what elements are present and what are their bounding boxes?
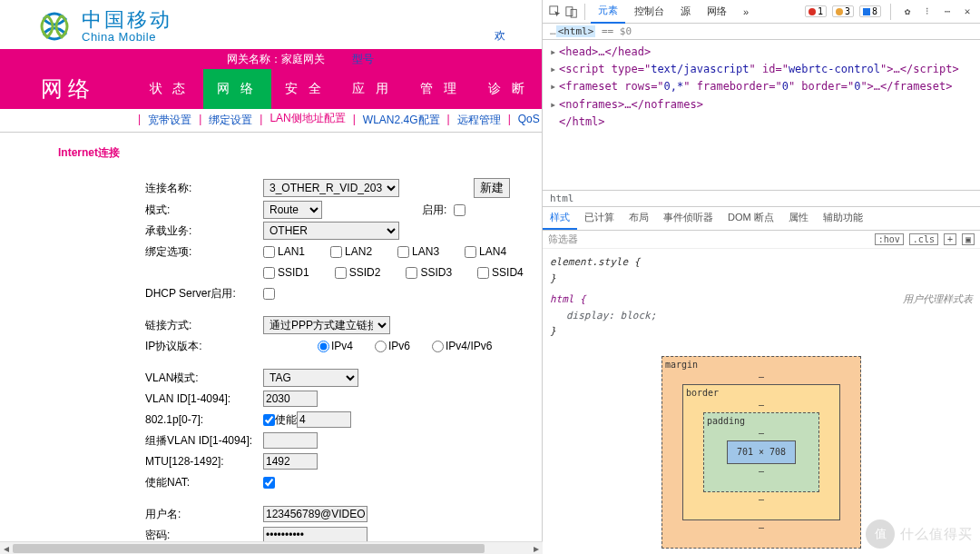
- add-rule-icon[interactable]: +: [944, 233, 956, 245]
- ptab-dombp[interactable]: DOM 断点: [720, 207, 781, 230]
- gear-icon[interactable]: ✿: [900, 5, 915, 19]
- vlanmode-select[interactable]: TAG: [263, 369, 358, 387]
- hov-toggle[interactable]: :hov: [875, 233, 904, 245]
- tab-network[interactable]: 网 络: [203, 69, 271, 109]
- bind-ssid4[interactable]: [477, 267, 489, 279]
- ua-stylesheet-label: 用户代理样式表: [903, 292, 973, 308]
- sidebar-internet-link[interactable]: Internet连接: [0, 133, 136, 554]
- conn-name-select[interactable]: 3_OTHER_R_VID_2030: [263, 179, 399, 197]
- dot1p-enable-label: 使能: [275, 412, 297, 428]
- ptab-computed[interactable]: 已计算: [577, 207, 622, 230]
- biz-select[interactable]: OTHER: [263, 222, 399, 240]
- new-button[interactable]: 新建: [474, 178, 510, 198]
- box-content: 701 × 708: [727, 440, 796, 464]
- scroll-right-arrow-icon[interactable]: ▸: [530, 542, 543, 554]
- ptab-props[interactable]: 属性: [781, 207, 816, 230]
- brand-en: China Mobile: [82, 31, 172, 44]
- ptab-layout[interactable]: 布局: [622, 207, 656, 230]
- dot1p-enable-checkbox[interactable]: [263, 414, 275, 426]
- enable-label: 启用:: [422, 203, 446, 218]
- main-nav: 网络 状 态 网 络 安 全 应 用 管 理 诊 断: [0, 69, 542, 109]
- devtools-tab-console[interactable]: 控制台: [627, 0, 671, 24]
- ipv6-radio[interactable]: [375, 341, 387, 352]
- user-label: 用户名:: [145, 507, 263, 522]
- nat-label: 使能NAT:: [145, 475, 263, 490]
- bind-label: 绑定选项:: [145, 244, 263, 260]
- devtools-toolbar: 元素 控制台 源 网络 » 1 3 8 ✿ ⁝ ⋯ ✕: [543, 0, 980, 24]
- box-model[interactable]: margin– border– padding– 701 × 708 – – –: [662, 356, 861, 549]
- sub-broadband[interactable]: 宽带设置: [142, 113, 197, 128]
- more-icon[interactable]: ⋯: [940, 5, 955, 19]
- bind-ssid1[interactable]: [263, 267, 275, 279]
- tab-security[interactable]: 安 全: [271, 69, 339, 109]
- scrollbar-thumb[interactable]: [13, 544, 485, 553]
- sub-bind[interactable]: 绑定设置: [203, 113, 258, 128]
- mode-select[interactable]: Route: [263, 201, 322, 219]
- dom-tree[interactable]: ▸<head>…</head> ▸<script type="text/java…: [543, 40, 980, 134]
- devtools-tab-more[interactable]: »: [736, 0, 756, 24]
- bind-lan1[interactable]: [263, 246, 275, 258]
- tab-diag[interactable]: 诊 断: [474, 69, 542, 109]
- tab-status[interactable]: 状 态: [135, 69, 203, 109]
- inspect-icon[interactable]: [548, 5, 563, 19]
- vlanid-input[interactable]: [263, 391, 318, 407]
- filter-input[interactable]: 筛选器: [548, 232, 578, 246]
- devtools-tab-elements[interactable]: 元素: [591, 0, 625, 24]
- sub-qos[interactable]: QoS: [513, 113, 543, 128]
- mtu-label: MTU[128-1492]:: [145, 455, 263, 468]
- svg-rect-1: [566, 6, 573, 15]
- styles-pane[interactable]: element.style { } 用户代理样式表html { display:…: [543, 249, 980, 554]
- bind-lan2[interactable]: [330, 246, 342, 258]
- selected-node[interactable]: <html>: [556, 25, 596, 37]
- enable-checkbox[interactable]: [454, 204, 466, 216]
- pass-label: 密码:: [145, 528, 263, 543]
- welcome-text: 欢: [495, 28, 505, 49]
- watermark-text: 什么值得买: [900, 526, 973, 543]
- scroll-left-arrow-icon[interactable]: ◂: [0, 542, 13, 554]
- horizontal-scrollbar[interactable]: ◂ ▸: [0, 541, 543, 554]
- ptab-a11y[interactable]: 辅助功能: [816, 207, 870, 230]
- devtools-tab-network[interactable]: 网络: [700, 0, 734, 24]
- cls-toggle[interactable]: .cls: [909, 233, 938, 245]
- sub-nav: |宽带设置 |绑定设置 |LAN侧地址配置 |WLAN2.4G配置 |远程管理 …: [0, 109, 542, 133]
- conn-name-label: 连接名称:: [145, 181, 263, 196]
- ptab-listeners[interactable]: 事件侦听器: [656, 207, 720, 230]
- bind-ssid2[interactable]: [335, 267, 347, 279]
- dot1p-label: 802.1p[0-7]:: [145, 413, 263, 426]
- css-prop-display[interactable]: display: block;: [550, 308, 973, 324]
- mcast-label: 组播VLAN ID[1-4094]:: [145, 433, 263, 449]
- sub-wlan[interactable]: WLAN2.4G配置: [358, 113, 446, 128]
- bind-lan4[interactable]: [465, 246, 476, 258]
- link-select[interactable]: 通过PPP方式建立链接: [263, 316, 390, 334]
- mcast-input[interactable]: [263, 432, 318, 449]
- panel-toggle-icon[interactable]: ▣: [962, 233, 975, 245]
- sub-remote[interactable]: 远程管理: [452, 113, 506, 128]
- device-toggle-icon[interactable]: [564, 5, 579, 19]
- bind-lan3[interactable]: [397, 246, 409, 258]
- bind-ssid3[interactable]: [406, 267, 417, 279]
- kebab-icon[interactable]: ⁝: [920, 5, 935, 19]
- close-icon[interactable]: ✕: [960, 5, 975, 19]
- ptab-styles[interactable]: 样式: [543, 207, 577, 230]
- tab-manage[interactable]: 管 理: [407, 69, 475, 109]
- dhcp-checkbox[interactable]: [263, 288, 275, 300]
- breadcrumb-bar[interactable]: html: [543, 190, 980, 207]
- mtu-input[interactable]: [263, 453, 318, 470]
- mode-label: 模式:: [145, 203, 263, 218]
- styles-filter-row: 筛选器 :hov .cls + ▣: [543, 231, 980, 249]
- devtools-panel: 元素 控制台 源 网络 » 1 3 8 ✿ ⁝ ⋯ ✕ …<html> == $…: [543, 0, 980, 554]
- ipv4-radio[interactable]: [318, 341, 329, 352]
- styles-tabbar: 样式 已计算 布局 事件侦听器 DOM 断点 属性 辅助功能: [543, 207, 980, 231]
- error-badge[interactable]: 1: [805, 5, 827, 17]
- dot1p-input[interactable]: [297, 411, 351, 428]
- ipv46-radio[interactable]: [432, 341, 444, 352]
- nat-checkbox[interactable]: [263, 477, 275, 489]
- tab-app[interactable]: 应 用: [338, 69, 407, 109]
- section-title: 网络: [0, 69, 135, 109]
- model-label: 型号: [352, 52, 374, 67]
- devtools-tab-sources[interactable]: 源: [673, 0, 698, 24]
- warn-badge[interactable]: 3: [832, 5, 854, 17]
- info-badge[interactable]: 8: [859, 5, 881, 17]
- user-input[interactable]: [263, 506, 368, 522]
- sub-lan[interactable]: LAN侧地址配置: [264, 113, 350, 128]
